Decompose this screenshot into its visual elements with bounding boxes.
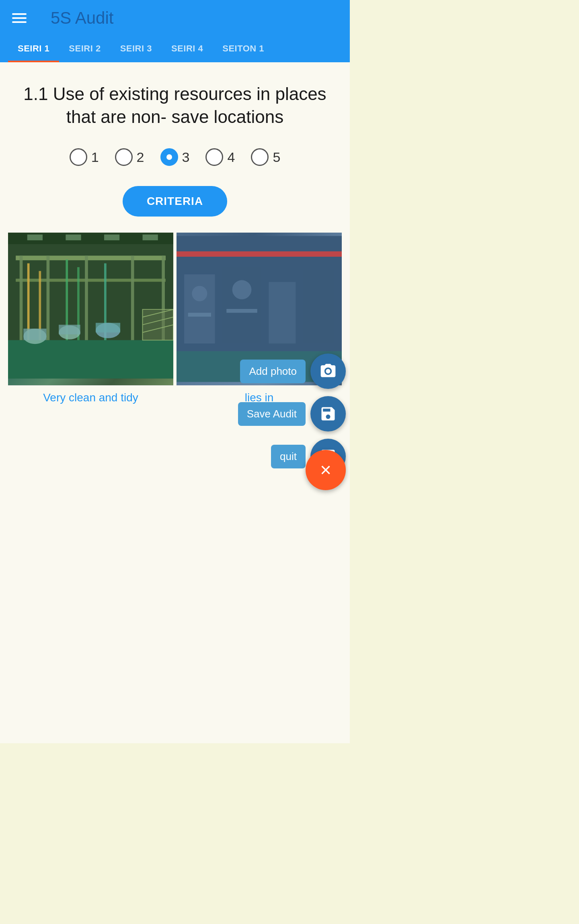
radio-label-5: 5 [273,149,280,165]
question-title: 1.1 Use of existing resources in places … [8,74,342,140]
radio-circle-2[interactable] [115,148,133,166]
tab-bar: SEIRI 1 SEIRI 2 SEIRI 3 SEIRI 4 SEITON 1 [0,36,350,62]
menu-button[interactable] [12,13,27,23]
svg-rect-6 [85,256,88,340]
svg-rect-1 [8,340,173,379]
save-icon [319,405,337,423]
radio-label-4: 4 [227,149,235,165]
add-photo-button[interactable] [310,354,346,389]
svg-rect-27 [143,235,158,240]
svg-rect-38 [226,309,257,313]
tab-seiri2[interactable]: SEIRI 2 [59,36,110,61]
tab-seiton1[interactable]: SEITON 1 [213,36,274,61]
app-title: 5S Audit [51,8,113,28]
svg-rect-4 [20,256,23,340]
rating-radio-group: 1 2 3 4 5 [8,140,342,178]
photo-caption-left: Very clean and tidy [8,385,173,410]
quit-label[interactable]: quit [271,445,306,468]
svg-rect-33 [269,282,296,343]
criteria-button[interactable]: CRITERIA [123,186,227,217]
radio-label-3: 3 [182,149,190,165]
svg-rect-3 [16,279,166,282]
svg-rect-30 [177,251,342,257]
radio-circle-3[interactable] [160,148,178,166]
tab-seiri4[interactable]: SEIRI 4 [162,36,213,61]
svg-rect-25 [66,235,81,240]
svg-rect-31 [184,274,215,343]
radio-circle-1[interactable] [70,148,87,166]
tab-seiri1[interactable]: SEIRI 1 [8,36,59,61]
radio-circle-5[interactable] [251,148,269,166]
radio-circle-4[interactable] [205,148,223,166]
photo-image-left[interactable] [8,233,173,385]
fab-add-photo-row: Add photo [240,354,346,389]
tab-seiri3[interactable]: SEIRI 3 [111,36,162,61]
svg-point-36 [232,280,252,300]
svg-rect-15 [23,329,46,340]
svg-rect-7 [131,256,134,340]
save-audit-button[interactable] [310,396,346,431]
close-fab-button[interactable]: × [306,450,346,490]
app-header: 5S Audit [0,0,350,36]
photo-card-left: Very clean and tidy [8,233,173,410]
radio-label-2: 2 [137,149,144,165]
svg-rect-17 [59,325,80,335]
svg-rect-37 [188,313,211,317]
radio-option-5[interactable]: 5 [251,148,280,166]
radio-option-1[interactable]: 1 [70,148,99,166]
save-audit-label[interactable]: Save Audit [238,402,306,426]
svg-rect-9 [27,264,30,340]
svg-rect-26 [104,235,119,240]
svg-rect-5 [47,256,50,340]
camera-icon [319,362,337,380]
radio-option-4[interactable]: 4 [205,148,235,166]
fab-save-audit-row: Save Audit [238,396,346,431]
close-icon: × [320,460,331,480]
radio-option-2[interactable]: 2 [115,148,144,166]
criteria-button-wrap: CRITERIA [8,178,342,229]
svg-rect-19 [96,323,120,333]
radio-label-1: 1 [91,149,99,165]
add-photo-label[interactable]: Add photo [240,360,306,383]
svg-rect-24 [27,235,43,240]
svg-rect-32 [223,267,261,343]
svg-rect-2 [16,256,166,260]
svg-rect-34 [303,271,334,344]
radio-option-3[interactable]: 3 [160,148,190,166]
svg-point-35 [192,286,207,301]
